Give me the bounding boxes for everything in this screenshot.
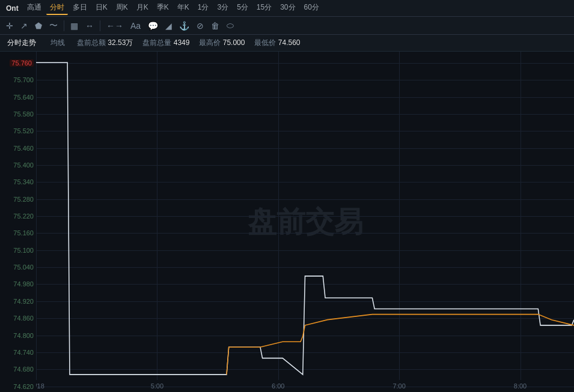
y-label-75.580: 75.580 (13, 110, 34, 118)
price-line (36, 62, 574, 375)
y-label-75.100: 75.100 (13, 247, 34, 254)
nav-60分[interactable]: 60分 (301, 1, 323, 15)
delete-icon[interactable]: 🗑 (209, 20, 222, 32)
chart-container: 75.76075.70075.64075.58075.52075.46075.4… (0, 52, 574, 392)
nav-周K[interactable]: 周K (112, 1, 132, 15)
wave-icon[interactable]: 〜 (47, 19, 60, 32)
y-label-75.160: 75.160 (13, 229, 34, 237)
x-label-500: 5:00 (151, 382, 163, 390)
link-icon[interactable]: ⬭ (224, 19, 236, 32)
anchor-icon[interactable]: ⚓ (177, 20, 192, 32)
stat-盘前总量: 盘前总量 4349 (142, 38, 189, 48)
stat-最低价: 最低价 74.560 (254, 38, 300, 48)
y-label-75.520: 75.520 (13, 127, 34, 134)
tab-分时走势[interactable]: 分时走势 (5, 37, 38, 49)
x-label-0718: 07/18 (36, 382, 44, 390)
y-label-74.680: 74.680 (13, 366, 34, 373)
grid-icon[interactable]: ▦ (68, 20, 81, 32)
y-label-74.920: 74.920 (13, 298, 34, 305)
nav-3分[interactable]: 3分 (213, 1, 232, 15)
y-label-75.700: 75.700 (13, 76, 34, 83)
nav-15分[interactable]: 15分 (253, 1, 275, 15)
top-nav: Ont 高通 分时 多日 日K 周K 月K 季K 年K 1分 3分 5分 15分… (0, 0, 574, 17)
chart-main[interactable]: 盘前交易 07/18 5:00 6:00 7:00 8:00 (36, 52, 574, 392)
angle-icon[interactable]: ◢ (163, 20, 174, 32)
nav-多日[interactable]: 多日 (69, 1, 91, 15)
x-label-700: 7:00 (392, 382, 405, 390)
avg-line (227, 315, 574, 375)
y-label-74.860: 74.860 (13, 315, 34, 322)
sep1 (64, 20, 64, 31)
nav-季K[interactable]: 季K (153, 1, 173, 15)
nav-月K[interactable]: 月K (133, 1, 152, 15)
comment-icon[interactable]: 💬 (145, 20, 160, 32)
y-label-75.460: 75.460 (13, 145, 34, 152)
nav-高通[interactable]: 高通 (23, 1, 45, 15)
arrow-icon[interactable]: ↗ (18, 20, 30, 32)
nav-prefix: Ont (2, 3, 22, 14)
y-label-74.740: 74.740 (13, 349, 34, 356)
toolbar: ✛ ↗ ⬟ 〜 ▦ ↔ ←→ Aa 💬 ◢ ⚓ ⊘ 🗑 ⬭ (0, 17, 574, 35)
nav-items: 高通 分时 多日 日K 周K 月K 季K 年K 1分 3分 5分 15分 30分… (23, 1, 323, 15)
resize-icon[interactable]: ↔ (83, 20, 96, 32)
nav-30分[interactable]: 30分 (276, 1, 299, 15)
y-label-75.760: 75.760 (10, 59, 34, 67)
select-icon[interactable]: ⬟ (32, 20, 44, 32)
y-label-74.800: 74.800 (13, 332, 34, 339)
leftright-icon[interactable]: ←→ (104, 20, 126, 32)
nav-分时[interactable]: 分时 (46, 1, 68, 15)
x-label-600: 6:00 (272, 382, 284, 390)
chart-svg (36, 52, 574, 380)
nav-日K[interactable]: 日K (92, 1, 111, 15)
y-label-75.040: 75.040 (13, 264, 34, 271)
text-icon[interactable]: Aa (128, 20, 143, 32)
x-axis: 07/18 5:00 6:00 7:00 8:00 (36, 380, 574, 392)
nav-年K[interactable]: 年K (174, 1, 193, 15)
tab-均线[interactable]: 均线 (48, 37, 67, 49)
sep2 (100, 20, 100, 31)
y-axis: 75.76075.70075.64075.58075.52075.46075.4… (0, 52, 36, 392)
y-label-75.280: 75.280 (13, 196, 34, 203)
crosshair-icon[interactable]: ✛ (4, 20, 16, 32)
y-label-74.980: 74.980 (13, 280, 34, 288)
circle-icon[interactable]: ⊘ (194, 20, 206, 32)
y-label-75.400: 75.400 (13, 161, 34, 169)
nav-1分[interactable]: 1分 (194, 1, 213, 15)
y-label-74.620: 74.620 (13, 383, 34, 390)
stat-盘前总额: 盘前总额 32.53万 (77, 38, 133, 48)
nav-5分[interactable]: 5分 (233, 1, 252, 15)
y-label-75.220: 75.220 (13, 213, 34, 220)
x-label-800: 8:00 (514, 382, 527, 390)
y-label-75.340: 75.340 (13, 178, 34, 185)
y-label-75.640: 75.640 (13, 94, 34, 101)
stat-最高价: 最高价 75.000 (199, 38, 245, 48)
info-bar: 分时走势 均线 盘前总额 32.53万 盘前总量 4349 最高价 75.000… (0, 35, 574, 52)
